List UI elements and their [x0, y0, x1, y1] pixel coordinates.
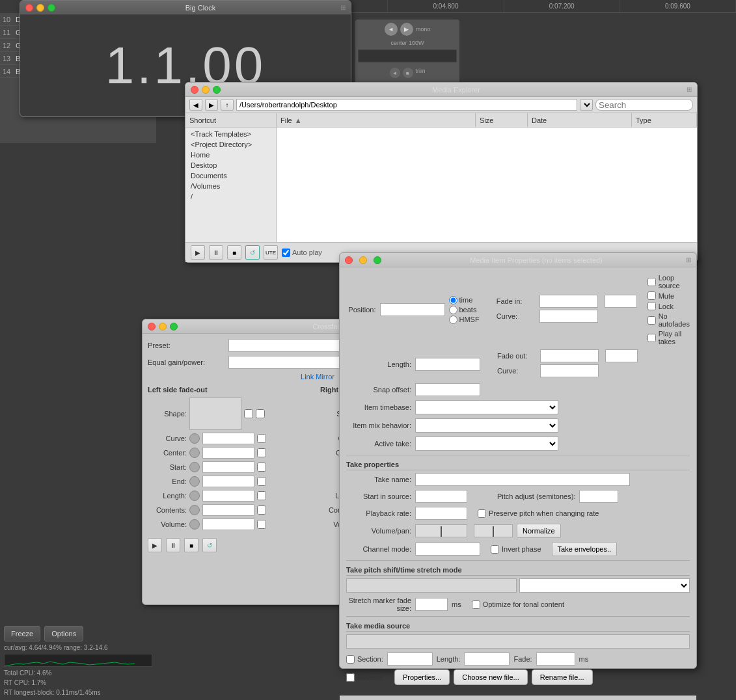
play-button[interactable]: ▶: [191, 245, 205, 260]
curve-out-input[interactable]: [540, 364, 599, 377]
transport-knob[interactable]: ◄: [385, 23, 398, 36]
volume-slider[interactable]: [415, 524, 467, 537]
cf-loop-button[interactable]: ↺: [202, 538, 217, 552]
contents-checkbox[interactable]: [257, 505, 266, 515]
properties-button[interactable]: Properties...: [394, 669, 450, 685]
volume-knob[interactable]: [189, 519, 200, 530]
invert-phase-cb[interactable]: Invert phase: [491, 545, 541, 554]
ps-dropdown-1[interactable]: [346, 578, 517, 593]
reverse-cb[interactable]: Reverse: [346, 673, 384, 682]
nav-back-button[interactable]: ◀: [189, 99, 202, 111]
curve-knob[interactable]: [189, 433, 200, 444]
active-take-dropdown[interactable]: [415, 437, 558, 451]
section-input[interactable]: [387, 653, 433, 666]
close-button[interactable]: [148, 323, 156, 330]
section-cb[interactable]: Section:: [346, 655, 383, 664]
auto-play-checkbox[interactable]: [282, 249, 290, 257]
optimize-cb[interactable]: Optimize for tonal content: [472, 600, 564, 609]
volume-checkbox[interactable]: [257, 520, 266, 529]
maximize-button[interactable]: [374, 256, 381, 264]
fade-out-input[interactable]: [540, 349, 599, 362]
shortcut-item[interactable]: /Volumes: [185, 181, 276, 191]
maximize-button[interactable]: [213, 86, 221, 94]
shape-checkbox-1[interactable]: [244, 409, 253, 418]
no-autofades-cb[interactable]: No autofades: [647, 312, 690, 328]
ute-button[interactable]: UTE: [264, 245, 278, 260]
pan-handle[interactable]: [493, 526, 494, 537]
window-controls[interactable]: [25, 4, 55, 12]
minimize-button[interactable]: [202, 86, 210, 94]
position-input[interactable]: [380, 303, 445, 316]
length-input[interactable]: [415, 358, 480, 371]
shortcut-item[interactable]: <Track Templates>: [185, 129, 276, 139]
beats-radio[interactable]: beats: [449, 306, 480, 314]
preserve-pitch-cb[interactable]: Preserve pitch when changing rate: [478, 509, 599, 518]
shortcut-item[interactable]: Home: [185, 150, 276, 160]
close-button[interactable]: [25, 4, 33, 12]
minimize-button[interactable]: [159, 323, 167, 330]
date-column-header[interactable]: Date: [528, 113, 632, 127]
pause-button[interactable]: ⏸: [209, 245, 223, 260]
length-input[interactable]: [202, 490, 254, 502]
center-knob[interactable]: [189, 448, 200, 458]
volume-input[interactable]: [202, 518, 254, 530]
path-input[interactable]: [236, 99, 577, 111]
start-knob[interactable]: [189, 462, 200, 472]
contents-knob[interactable]: [189, 505, 200, 515]
trim-btn[interactable]: ◄: [390, 68, 400, 78]
nav-forward-button[interactable]: ▶: [205, 99, 218, 111]
take-envelopes-button[interactable]: Take envelopes..: [552, 542, 618, 556]
nav-up-button[interactable]: ↑: [221, 99, 234, 111]
freeze-button[interactable]: Freeze: [4, 626, 40, 641]
rename-file-button[interactable]: Rename file...: [532, 669, 593, 685]
shortcut-item[interactable]: Desktop: [185, 160, 276, 170]
time-radio[interactable]: time: [449, 296, 480, 304]
channel-mode-input[interactable]: [415, 543, 480, 556]
search-input[interactable]: [595, 99, 693, 111]
length-knob[interactable]: [189, 491, 200, 501]
fade-out-extra[interactable]: [605, 349, 638, 362]
volume-handle[interactable]: [441, 526, 442, 537]
fade-in-input[interactable]: [539, 295, 598, 308]
length-2-input[interactable]: [464, 653, 510, 666]
start-checkbox[interactable]: [257, 463, 266, 472]
options-button[interactable]: Options: [44, 626, 83, 641]
take-name-input[interactable]: [415, 473, 630, 486]
pitch-adjust-input[interactable]: [579, 490, 618, 503]
item-mix-dropdown[interactable]: [415, 418, 558, 433]
end-checkbox[interactable]: [257, 477, 266, 486]
resize-icon[interactable]: ⊞: [687, 86, 692, 93]
loop-source-cb[interactable]: Loop source: [647, 274, 690, 289]
play-button[interactable]: ▶: [400, 23, 413, 36]
start-input[interactable]: [202, 461, 254, 473]
path-dropdown[interactable]: [580, 99, 593, 111]
maximize-button[interactable]: [48, 4, 55, 12]
cf-stop-button[interactable]: ■: [184, 538, 198, 552]
ps-dropdown-2[interactable]: [519, 578, 690, 593]
resize-icon[interactable]: ⊞: [686, 256, 691, 263]
length-checkbox[interactable]: [257, 491, 266, 500]
playback-rate-input[interactable]: [415, 507, 467, 520]
size-column-header[interactable]: Size: [476, 113, 528, 127]
auto-play-label[interactable]: Auto play: [282, 249, 322, 257]
fade-in-extra[interactable]: [605, 295, 637, 308]
stretch-fade-input[interactable]: [415, 598, 448, 611]
shortcut-item[interactable]: <Project Directory>: [185, 139, 276, 150]
play-all-takes-cb[interactable]: Play all takes: [647, 330, 690, 345]
window-controls[interactable]: [148, 323, 178, 330]
mute-cb[interactable]: Mute: [647, 291, 690, 300]
choose-new-file-button[interactable]: Choose new file...: [454, 669, 527, 685]
minimize-button[interactable]: [359, 256, 367, 264]
cf-play-button[interactable]: ▶: [148, 538, 162, 552]
file-column-header[interactable]: File ▲: [277, 113, 476, 127]
type-column-header[interactable]: Type: [632, 113, 697, 127]
end-knob[interactable]: [189, 476, 200, 487]
pan-slider[interactable]: [474, 524, 513, 537]
item-timebase-dropdown[interactable]: [415, 400, 558, 414]
close-button[interactable]: [191, 86, 198, 94]
shortcut-item[interactable]: /: [185, 191, 276, 202]
shortcut-column-header[interactable]: Shortcut: [185, 113, 277, 127]
normalize-button[interactable]: Normalize: [517, 524, 561, 538]
trim-btn2[interactable]: ■: [403, 68, 413, 78]
center-input[interactable]: [202, 447, 254, 459]
